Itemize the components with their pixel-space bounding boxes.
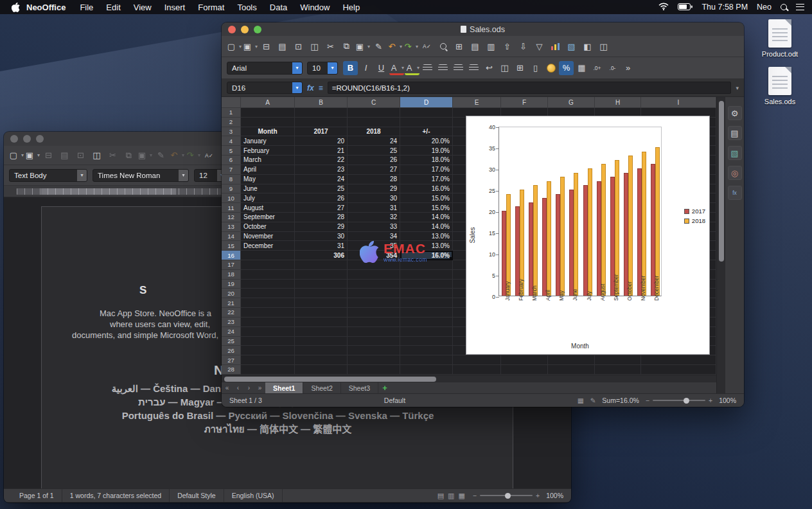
cell-B15[interactable]: 31 — [295, 241, 348, 251]
cell-D11[interactable]: 15.0% — [400, 203, 453, 213]
cell-B1[interactable] — [295, 108, 348, 118]
cell-D6[interactable]: 18.0% — [400, 156, 453, 165]
row-header-7[interactable]: 7 — [222, 165, 241, 175]
row-header-27[interactable]: 27 — [222, 355, 241, 365]
spelling-icon[interactable]: A✓ — [419, 39, 434, 53]
cell-D21[interactable] — [400, 298, 453, 308]
cell-C18[interactable] — [348, 270, 400, 280]
zoom-out-icon[interactable]: − — [646, 397, 649, 404]
paste-icon[interactable]: ▣ — [355, 39, 370, 53]
add-decimal-icon[interactable]: .0+ — [590, 61, 605, 75]
format-date-icon[interactable]: ▦ — [574, 61, 589, 75]
cell-C19[interactable] — [348, 280, 400, 289]
export-pdf-icon[interactable]: ▤ — [275, 39, 290, 53]
styles-icon[interactable]: ▤ — [728, 126, 742, 140]
menu-window[interactable]: Window — [300, 3, 330, 12]
menu-data[interactable]: Data — [270, 3, 287, 12]
row-header-17[interactable]: 17 — [222, 260, 241, 270]
cell-D13[interactable]: 14.0% — [400, 222, 453, 232]
paragraph-style-indicator[interactable]: Default Style — [170, 489, 224, 502]
paragraph-style-combo[interactable]: Text Body▾ — [9, 169, 87, 182]
word-count[interactable]: 1 words, 7 characters selected — [62, 489, 170, 502]
cell-B26[interactable] — [295, 346, 348, 355]
print-preview-icon[interactable]: ◫ — [307, 39, 322, 53]
cell-D3[interactable]: +/- — [400, 127, 453, 137]
page-style-indicator[interactable]: Default — [384, 397, 405, 404]
cell-B10[interactable]: 26 — [295, 193, 348, 203]
zoom-slider-knob[interactable] — [505, 493, 511, 499]
cell-D17[interactable] — [400, 260, 453, 270]
cell-D26[interactable] — [400, 346, 453, 355]
menu-help[interactable]: Help — [342, 3, 360, 12]
cell-C16[interactable]: 354 — [348, 251, 400, 260]
cell-D10[interactable]: 15.0% — [400, 193, 453, 203]
spreadsheet-grid[interactable]: ABCDEFGHI 123Month20172018+/-4January202… — [222, 97, 716, 375]
cell-C1[interactable] — [348, 108, 400, 118]
cell-A5[interactable]: February — [241, 146, 295, 156]
freeze-panes-icon[interactable]: ◧ — [580, 39, 595, 53]
row-header-6[interactable]: 6 — [222, 156, 241, 165]
cell-E27[interactable] — [453, 355, 501, 365]
navigator-icon[interactable]: ◎ — [728, 166, 742, 180]
name-box[interactable]: D16▾ — [227, 82, 303, 94]
selection-mode-icon[interactable]: ▦ — [578, 397, 584, 404]
format-currency-icon[interactable] — [543, 61, 558, 75]
embedded-chart[interactable]: 0510152025303540JanuaryFebruaryMarchApri… — [466, 116, 710, 355]
column-header-G[interactable]: G — [548, 97, 595, 108]
cell-A18[interactable] — [241, 270, 295, 280]
row-header-11[interactable]: 11 — [222, 203, 241, 213]
save-icon[interactable]: ⊟ — [259, 39, 274, 53]
cell-C21[interactable] — [348, 298, 400, 308]
delete-decimal-icon[interactable]: .0- — [605, 61, 620, 75]
cell-D18[interactable] — [400, 270, 453, 280]
menu-view[interactable]: View — [134, 3, 152, 12]
bold-icon[interactable]: B — [343, 61, 358, 75]
language-indicator[interactable]: English (USA) — [224, 489, 283, 502]
cell-D22[interactable] — [400, 308, 453, 317]
wrap-text-icon[interactable]: ↩ — [482, 61, 497, 75]
sheet-tab-sheet3[interactable]: Sheet3 — [341, 382, 378, 393]
redo-icon[interactable]: ↷ — [403, 39, 418, 53]
row-header-5[interactable]: 5 — [222, 146, 241, 156]
spotlight-icon[interactable] — [781, 4, 787, 10]
cell-A23[interactable] — [241, 317, 295, 327]
combo-caret-icon[interactable]: ▾ — [292, 82, 302, 93]
find-replace-icon[interactable] — [436, 39, 450, 53]
minimize-button[interactable] — [23, 135, 31, 143]
cell-D15[interactable]: 13.0% — [400, 241, 453, 251]
align-center-icon[interactable] — [438, 64, 448, 71]
sheet-nav-previous-icon[interactable]: ‹ — [233, 382, 243, 393]
row-header-3[interactable]: 3 — [222, 127, 241, 137]
menu-file[interactable]: File — [80, 3, 93, 12]
cell-D4[interactable]: 20.0% — [400, 136, 453, 146]
cell-D2[interactable] — [400, 118, 453, 127]
cell-B20[interactable] — [295, 289, 348, 298]
column-header-B[interactable]: B — [295, 97, 348, 108]
zoom-out-icon[interactable]: − — [473, 492, 477, 499]
row-header-20[interactable]: 20 — [222, 289, 241, 298]
combo-caret-icon[interactable]: ▾ — [77, 170, 87, 181]
cell-C24[interactable] — [348, 327, 400, 337]
cell-H27[interactable] — [595, 355, 641, 365]
wifi-icon[interactable] — [658, 3, 669, 12]
print-icon[interactable]: ⊡ — [291, 39, 306, 53]
row-header-9[interactable]: 9 — [222, 184, 241, 194]
cell-C28[interactable] — [348, 365, 400, 375]
autofilter-icon[interactable]: ▽ — [532, 39, 547, 53]
cell-B11[interactable]: 27 — [295, 203, 348, 213]
cell-C2[interactable] — [348, 118, 400, 127]
cell-D12[interactable]: 14.0% — [400, 213, 453, 222]
cell-C10[interactable]: 30 — [348, 193, 400, 203]
align-right-icon[interactable] — [454, 64, 463, 71]
cell-A7[interactable]: April — [241, 165, 295, 175]
print-preview-icon[interactable]: ◫ — [89, 148, 104, 163]
undo-icon[interactable]: ↶ — [387, 39, 402, 53]
sheet-nav-last-icon[interactable]: » — [254, 382, 265, 393]
sheet-nav-first-icon[interactable]: « — [222, 382, 233, 393]
formula-bar-expand-icon[interactable]: ▾ — [736, 85, 739, 91]
row-header-23[interactable]: 23 — [222, 317, 241, 327]
function-wizard-icon[interactable]: fx — [307, 84, 314, 93]
spelling-icon[interactable]: A✓ — [202, 148, 216, 163]
cell-B13[interactable]: 29 — [295, 222, 348, 232]
cell-C6[interactable]: 26 — [348, 156, 400, 165]
